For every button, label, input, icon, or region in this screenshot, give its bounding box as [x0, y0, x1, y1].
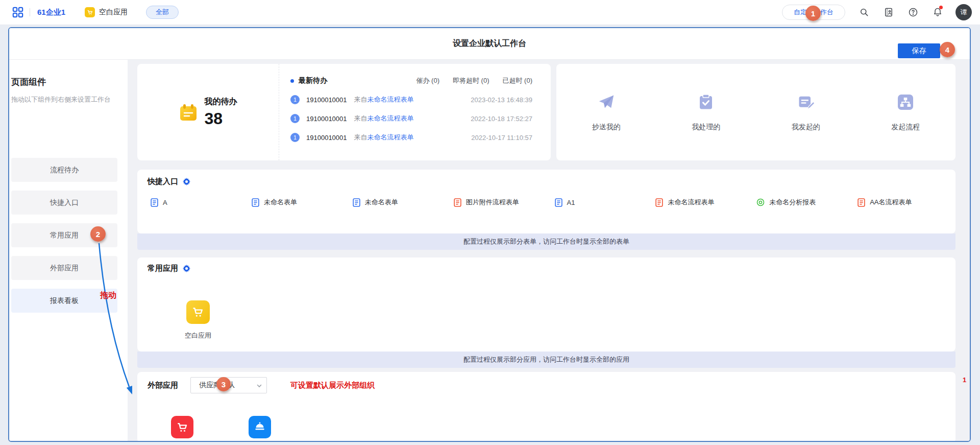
process-form-icon	[655, 198, 663, 207]
annotation-step-4: 4	[940, 42, 955, 57]
quick-entry-item[interactable]: A	[148, 198, 249, 207]
external-app-dish-icon[interactable]	[249, 416, 271, 438]
annotation-step-2: 2	[90, 226, 106, 242]
shortcut-cc-to-me[interactable]: 抄送我的	[592, 93, 621, 132]
bullet-dot	[290, 79, 294, 83]
panel-header: 设置企业默认工作台 保存	[9, 28, 970, 60]
flow-icon	[896, 93, 915, 111]
quick-entry-item[interactable]: 未命名表单	[249, 198, 350, 207]
send-icon	[597, 93, 616, 111]
todo-title: 我的待办	[205, 97, 237, 107]
workbench-settings-panel: 设置企业默认工作台 保存 页面组件 拖动以下组件到右侧来设置工作台 流程待办 快…	[8, 27, 971, 442]
quick-entry-item[interactable]: A1	[552, 198, 653, 207]
top-navbar: 61企业1 空白应用 全部 自定义工作台	[0, 0, 980, 25]
form-icon	[151, 198, 158, 207]
chevron-down-icon	[256, 382, 262, 390]
todo-calendar-icon	[179, 103, 198, 122]
todo-time: 2022-10-17 11:10:57	[471, 134, 532, 142]
quick-entry-item[interactable]: 未命名流程表单	[652, 198, 753, 207]
current-app[interactable]: 空白应用	[85, 7, 128, 17]
app-name: 空白应用	[99, 8, 128, 17]
todo-time: 2022-10-18 17:52:27	[471, 115, 532, 123]
help-icon[interactable]	[908, 7, 919, 18]
gear-icon[interactable]	[183, 265, 190, 272]
external-apps-card: 外部应用 供应商团队 可设置默认展示外部组织	[137, 372, 955, 442]
todo-row[interactable]: 1 19100010001 来自 未命名流程表单 2022-10-17 11:1…	[290, 133, 532, 142]
drag-hint-label: 拖动	[100, 290, 116, 301]
latest-todo-list: 最新待办 催办 (0) 即将超时 (0) 已超时 (0) 1 191000100…	[279, 64, 551, 160]
contacts-icon[interactable]	[883, 7, 894, 18]
shortcut-handled-by-me[interactable]: 我处理的	[692, 93, 720, 132]
quick-entry-card: 快捷入口 A 未命名表单 未命名表单	[137, 170, 955, 233]
avatar[interactable]: 谭	[955, 4, 972, 20]
external-apps-title: 外部应用	[148, 381, 178, 390]
form-link[interactable]: 未命名流程表单	[368, 133, 414, 142]
app-grid-icon[interactable]	[12, 7, 23, 18]
notification-dot	[939, 6, 943, 9]
company-name[interactable]: 61企业1	[37, 8, 65, 17]
my-todo-card: 我的待办 38 最新待办 催办 (0) 即将超时 (0) 已超时 (0)	[137, 64, 551, 160]
divider	[30, 8, 30, 16]
todo-time: 2023-02-13 16:48:39	[471, 96, 532, 104]
apps-config-banner: 配置过程仅展示部分应用，访问工作台时显示全部的应用	[137, 352, 955, 368]
cart-icon	[186, 300, 210, 324]
external-app-list	[171, 416, 271, 438]
external-org-annotation: 可设置默认展示外部组织	[290, 381, 375, 390]
todo-row[interactable]: 1 19100010001 来自 未命名流程表单 2023-02-13 16:4…	[290, 95, 532, 104]
count-badge: 1	[290, 114, 300, 123]
quick-entry-list: A 未命名表单 未命名表单 图片附件流程表单 A1 未命名流程表单	[148, 198, 955, 207]
app-blank-app[interactable]: 空白应用	[170, 300, 226, 340]
filter-timed-out[interactable]: 已超时 (0)	[502, 76, 532, 85]
compose-icon	[797, 93, 815, 111]
sidebar-item-process-todo[interactable]: 流程待办	[11, 158, 117, 182]
external-app-cart-icon[interactable]	[171, 416, 193, 438]
common-apps-card: 常用应用 空白应用	[137, 257, 955, 352]
form-icon	[252, 198, 259, 207]
components-sidebar: 页面组件 拖动以下组件到右侧来设置工作台 流程待办 快捷入口 常用应用 外部应用…	[9, 60, 128, 442]
sidebar-item-external-apps[interactable]: 外部应用	[11, 256, 117, 280]
sidebar-description: 拖动以下组件到右侧来设置工作台	[11, 94, 114, 105]
quick-entry-title: 快捷入口	[148, 177, 178, 186]
report-icon	[756, 198, 765, 206]
annotation-step-1: 1	[805, 6, 821, 21]
sidebar-item-quick-entry[interactable]: 快捷入口	[11, 191, 117, 215]
form-link[interactable]: 未命名流程表单	[368, 114, 414, 123]
quick-entry-item[interactable]: 图片附件流程表单	[451, 198, 552, 207]
annotation-step-3: 3	[216, 377, 231, 391]
page-title: 设置企业默认工作台	[453, 38, 526, 49]
common-apps-title: 常用应用	[148, 264, 178, 273]
todo-row[interactable]: 1 19100010001 来自 未命名流程表单 2022-10-18 17:5…	[290, 114, 532, 123]
process-shortcuts-card: 抄送我的 我处理的 我发起的	[556, 64, 955, 160]
search-icon[interactable]	[859, 7, 870, 18]
clipboard-check-icon	[697, 93, 715, 111]
filter-about-to-timeout[interactable]: 即将超时 (0)	[453, 76, 489, 85]
save-button[interactable]: 保存	[898, 43, 940, 58]
form-icon	[353, 198, 360, 207]
workbench-preview-area: 我的待办 38 最新待办 催办 (0) 即将超时 (0) 已超时 (0)	[128, 60, 970, 442]
form-link[interactable]: 未命名流程表单	[368, 95, 414, 104]
process-form-icon	[454, 198, 461, 207]
todo-summary[interactable]: 我的待办 38	[137, 64, 279, 160]
todo-count: 38	[205, 109, 237, 128]
quick-entry-item[interactable]: AA名流程表单	[854, 198, 955, 207]
process-form-icon	[857, 198, 865, 207]
filter-urge[interactable]: 催办 (0)	[416, 76, 439, 85]
count-badge: 1	[290, 95, 300, 104]
shortcut-initiated-by-me[interactable]: 我发起的	[792, 93, 820, 132]
quick-entry-item[interactable]: 未命名表单	[350, 198, 451, 207]
cart-icon	[85, 7, 95, 17]
form-icon	[555, 198, 562, 207]
sidebar-title: 页面组件	[11, 76, 128, 88]
clipped-red-mark: 1	[963, 376, 969, 384]
gear-icon[interactable]	[183, 178, 190, 185]
count-badge: 1	[290, 133, 300, 142]
scope-filter-pill[interactable]: 全部	[146, 6, 179, 19]
forms-config-banner: 配置过程仅展示部分表单，访问工作台时显示全部的表单	[137, 233, 955, 250]
shortcut-start-process[interactable]: 发起流程	[891, 93, 920, 132]
quick-entry-item[interactable]: 未命名分析报表	[753, 198, 854, 207]
bell-icon[interactable]	[932, 7, 943, 18]
latest-todo-title: 最新待办	[299, 76, 327, 85]
